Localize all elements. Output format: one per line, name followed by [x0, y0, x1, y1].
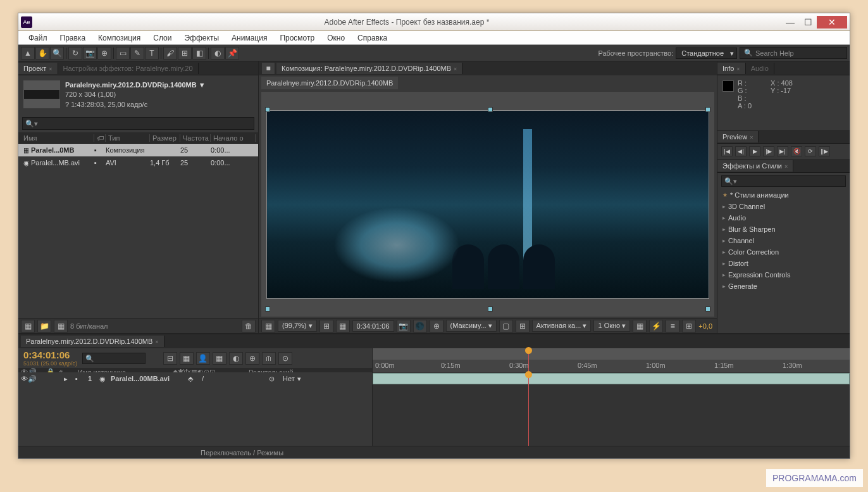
- selection-handle[interactable]: [705, 107, 710, 112]
- effects-search[interactable]: 🔍▾: [721, 175, 846, 187]
- pen-tool[interactable]: ✎: [130, 47, 144, 60]
- close-button[interactable]: ✕: [817, 16, 847, 28]
- timecode[interactable]: 0:34:01:06: [23, 350, 77, 360]
- play-button[interactable]: ▶: [749, 146, 760, 156]
- playhead[interactable]: [528, 348, 529, 372]
- timecode-display[interactable]: 0:34:01:06: [352, 320, 394, 332]
- tab-composition[interactable]: Композиция: Paralelnye.miry.2012.D.DVDRi…: [276, 63, 462, 74]
- folder-icon[interactable]: 📁: [37, 320, 51, 332]
- channels-icon[interactable]: ⊕: [430, 320, 443, 332]
- trash-icon[interactable]: 🗑: [242, 320, 256, 332]
- selection-tool[interactable]: ▲: [21, 47, 35, 60]
- shy-icon[interactable]: 👤: [196, 352, 210, 365]
- fx-color-correction[interactable]: Color Correction: [717, 246, 850, 258]
- menu-view[interactable]: Просмотр: [273, 32, 321, 44]
- layer-clip[interactable]: [373, 373, 850, 384]
- menu-edit[interactable]: Правка: [54, 32, 92, 44]
- first-frame-button[interactable]: |◀: [721, 146, 733, 156]
- clone-tool[interactable]: ⊞: [178, 47, 192, 60]
- eraser-tool[interactable]: ◧: [192, 47, 206, 60]
- snapshot-icon[interactable]: 📷: [397, 320, 411, 332]
- timeline-search[interactable]: [82, 353, 146, 364]
- tab-audio[interactable]: Audio: [746, 63, 774, 74]
- zoom-dropdown[interactable]: (99,7%) ▾: [278, 320, 317, 332]
- rect-tool[interactable]: ▭: [116, 47, 130, 60]
- tab-effects[interactable]: Эффекты и Стили×: [717, 160, 793, 172]
- project-search[interactable]: 🔍▾: [22, 117, 254, 130]
- minimize-button[interactable]: —: [781, 16, 799, 28]
- selection-handle[interactable]: [265, 306, 270, 312]
- roi-icon[interactable]: ▢: [499, 320, 513, 332]
- fx-animation-presets[interactable]: * Стили анимации: [717, 189, 850, 201]
- selection-handle[interactable]: [265, 107, 270, 112]
- selection-handle[interactable]: [488, 107, 493, 112]
- interpret-icon[interactable]: ▦: [21, 320, 35, 332]
- search-help[interactable]: 🔍 Search Help: [740, 47, 847, 59]
- toggle-switches[interactable]: Переключатель / Режимы: [201, 449, 283, 457]
- brush-tool[interactable]: 🖌: [163, 47, 177, 60]
- titlebar[interactable]: Ae Adobe After Effects - Проект без назв…: [18, 13, 850, 31]
- selection-handle[interactable]: [488, 306, 493, 312]
- rotate-tool[interactable]: ↻: [68, 47, 82, 60]
- view-dropdown[interactable]: 1 Окно ▾: [593, 320, 630, 332]
- workspace-dropdown[interactable]: Стандартное: [676, 47, 737, 59]
- hand-tool[interactable]: ✋: [35, 47, 49, 60]
- pan-behind-tool[interactable]: ⊕: [97, 47, 111, 60]
- ram-preview-button[interactable]: ||▶: [819, 146, 830, 156]
- flowchart-icon[interactable]: ⊞: [682, 320, 696, 332]
- new-comp-icon[interactable]: ▦: [54, 320, 68, 332]
- exposure-value[interactable]: +0,0: [698, 322, 712, 330]
- tab-effect-controls[interactable]: Настройки эффектов: Paralelnye.miry.20: [58, 63, 199, 74]
- menu-animation[interactable]: Анимация: [225, 32, 273, 44]
- menu-effects[interactable]: Эффекты: [178, 32, 225, 44]
- tab-project[interactable]: Проект×: [18, 63, 58, 74]
- project-row-comp[interactable]: ▦ Paralel...0MB ▪ Композиция 25 0:00...: [18, 144, 258, 156]
- pixel-aspect-icon[interactable]: ▦: [633, 320, 647, 332]
- frame-blend-icon[interactable]: ▦: [213, 352, 226, 365]
- fx-generate[interactable]: Generate: [717, 281, 850, 292]
- fx-blur-sharpen[interactable]: Blur & Sharpen: [717, 224, 850, 235]
- brainstorm-icon[interactable]: ⊕: [245, 352, 259, 365]
- full-res-icon[interactable]: ⊞: [319, 320, 333, 332]
- fast-preview-icon[interactable]: ⚡: [649, 320, 663, 332]
- tab-preview[interactable]: Preview×: [717, 131, 759, 142]
- fx-audio[interactable]: Audio: [717, 212, 850, 224]
- mute-button[interactable]: 🔇: [791, 146, 802, 156]
- viewer[interactable]: [261, 92, 714, 317]
- menu-help[interactable]: Справка: [351, 32, 394, 44]
- time-ruler[interactable]: 0:00m 0:15m 0:30m 0:45m 1:00m 1:15m 1:30…: [373, 360, 850, 372]
- next-frame-button[interactable]: |▶: [763, 146, 774, 156]
- timeline-icon[interactable]: ≡: [666, 320, 679, 332]
- fx-3d-channel[interactable]: 3D Channel: [717, 201, 850, 212]
- tab-info[interactable]: Info×: [717, 63, 746, 74]
- comp-mini-flowchart-icon[interactable]: ⊟: [163, 352, 177, 365]
- fx-distort[interactable]: Distort: [717, 258, 850, 269]
- auto-keyframe-icon[interactable]: ⊙: [278, 352, 292, 365]
- maximize-button[interactable]: ☐: [799, 16, 817, 28]
- menu-layers[interactable]: Слои: [147, 32, 178, 44]
- comp-nav-icon[interactable]: ■: [261, 62, 275, 75]
- timeline-track[interactable]: [373, 372, 850, 446]
- text-tool[interactable]: T: [145, 47, 159, 60]
- comp-breadcrumb[interactable]: Paralelnye.miry.2012.D.DVDRip.1400MB: [261, 77, 398, 89]
- project-row-avi[interactable]: ◉ Paralel...MB.avi ▪ AVI 1,4 Гб 25 0:00.…: [18, 156, 258, 169]
- menu-composition[interactable]: Композиция: [92, 32, 147, 44]
- fx-channel[interactable]: Channel: [717, 235, 850, 246]
- rotobrush-tool[interactable]: ◐: [211, 47, 225, 60]
- grid-icon[interactable]: ⊞: [516, 320, 530, 332]
- transparency-icon[interactable]: ▦: [336, 320, 350, 332]
- layer-row[interactable]: 👁🔊 ▸ ▪ 1 ◉ Paralel...00MB.avi ⬘ / ⊝ Нет …: [18, 372, 372, 385]
- zoom-tool[interactable]: 🔍: [50, 47, 64, 60]
- loop-button[interactable]: ⟳: [805, 146, 816, 156]
- graph-editor-icon[interactable]: ⫙: [262, 352, 276, 365]
- camera-tool[interactable]: 📷: [83, 47, 97, 60]
- prev-frame-button[interactable]: ◀|: [735, 146, 747, 156]
- motion-blur-icon[interactable]: ◐: [229, 352, 243, 365]
- draft-3d-icon[interactable]: ▦: [180, 352, 194, 365]
- tab-timeline[interactable]: Paralelnye.miry.2012.D.DVDRip.1400MB×: [21, 336, 164, 347]
- fx-expression-controls[interactable]: Expression Controls: [717, 269, 850, 281]
- last-frame-button[interactable]: ▶|: [777, 146, 788, 156]
- selection-handle[interactable]: [705, 306, 710, 312]
- always-preview-icon[interactable]: ▦: [261, 320, 275, 332]
- resolution-dropdown[interactable]: (Максиму... ▾: [446, 320, 497, 332]
